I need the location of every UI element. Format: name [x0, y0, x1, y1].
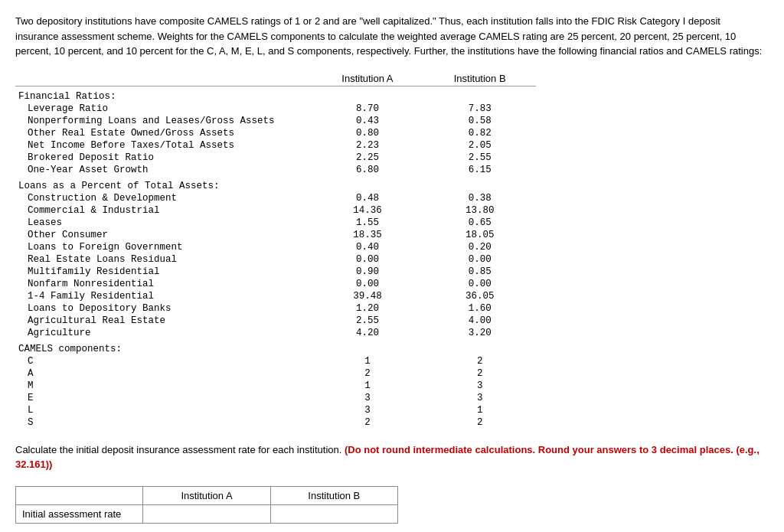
instruction-normal: Calculate the initial deposit insurance … — [15, 444, 341, 455]
table-row: C12 — [15, 355, 536, 367]
row-val-b: 18.05 — [423, 229, 536, 241]
row-val-b: 3 — [423, 392, 536, 404]
row-val-a: 18.35 — [312, 229, 424, 241]
table-row: M13 — [15, 380, 536, 392]
table-row: Other Real Estate Owned/Gross Assets0.80… — [15, 127, 536, 139]
row-val-b: 1.60 — [423, 302, 536, 315]
row-label: S — [15, 416, 312, 429]
row-label: Multifamily Residential — [15, 266, 312, 278]
row-val-a: 0.90 — [312, 266, 424, 278]
table-row: 1-4 Family Residential39.4836.05 — [15, 290, 536, 302]
row-label: Construction & Development — [15, 192, 312, 204]
table-row: Multifamily Residential0.900.85 — [15, 266, 536, 278]
row-val-a: 1 — [312, 355, 424, 367]
row-val-b: 6.15 — [423, 164, 536, 176]
row-val-a: 0.00 — [312, 253, 424, 266]
row-label: Loans to Foreign Government — [15, 241, 312, 253]
row-label: Nonperforming Loans and Leases/Gross Ass… — [15, 115, 312, 127]
table-row: Other Consumer18.3518.05 — [15, 229, 536, 241]
row-val-a: 8.70 — [312, 103, 424, 115]
table-row: One-Year Asset Growth6.806.15 — [15, 164, 536, 176]
row-val-b: 1 — [423, 404, 536, 416]
table-row: Nonfarm Nonresidential0.000.00 — [15, 278, 536, 290]
row-label: M — [15, 380, 312, 392]
row-val-a: 2 — [312, 367, 424, 380]
row-label: Leases — [15, 217, 312, 229]
row-label: Loans to Depository Banks — [15, 302, 312, 315]
row-val-b: 36.05 — [423, 290, 536, 302]
row-val-a: 1 — [312, 380, 424, 392]
row-val-b: 0.58 — [423, 115, 536, 127]
row-label: Commercial & Industrial — [15, 204, 312, 217]
table-row: E33 — [15, 392, 536, 404]
row-label: E — [15, 392, 312, 404]
row-val-a: 2.23 — [312, 139, 424, 152]
row-val-b: 2 — [423, 367, 536, 380]
answer-inst-b-cell[interactable] — [270, 504, 397, 523]
row-val-b: 2.05 — [423, 139, 536, 152]
answer-inst-b-input[interactable] — [271, 505, 397, 523]
row-val-b: 0.00 — [423, 278, 536, 290]
row-label: Real Estate Loans Residual — [15, 253, 312, 266]
row-val-a: 6.80 — [312, 164, 424, 176]
answer-inst-a-cell[interactable] — [143, 504, 270, 523]
table-row: Agriculture4.203.20 — [15, 327, 536, 339]
row-label: Net Income Before Taxes/Total Assets — [15, 139, 312, 152]
table-row: Leases1.550.65 — [15, 217, 536, 229]
row-val-b: 7.83 — [423, 103, 536, 115]
answer-col-a-header: Institution A — [143, 486, 270, 504]
row-label: Other Real Estate Owned/Gross Assets — [15, 127, 312, 139]
row-label: L — [15, 404, 312, 416]
table-row: S22 — [15, 416, 536, 429]
row-val-a: 3 — [312, 392, 424, 404]
row-val-b: 13.80 — [423, 204, 536, 217]
answer-table: Institution A Institution B Initial asse… — [15, 486, 398, 524]
table-row: Commercial & Industrial14.3613.80 — [15, 204, 536, 217]
col-label-header — [15, 71, 312, 86]
table-row: Nonperforming Loans and Leases/Gross Ass… — [15, 115, 536, 127]
row-label: Agriculture — [15, 327, 312, 339]
row-label: A — [15, 367, 312, 380]
row-val-b: 0.38 — [423, 192, 536, 204]
row-val-a: 14.36 — [312, 204, 424, 217]
answer-empty-header — [16, 486, 143, 504]
row-label: Brokered Deposit Ratio — [15, 152, 312, 164]
section-header: Loans as a Percent of Total Assets: — [15, 176, 536, 192]
table-row: Brokered Deposit Ratio2.252.55 — [15, 152, 536, 164]
table-row: Leverage Ratio8.707.83 — [15, 103, 536, 115]
instruction-text: Calculate the initial deposit insurance … — [15, 442, 766, 472]
row-val-a: 2 — [312, 416, 424, 429]
row-val-b: 2 — [423, 416, 536, 429]
row-val-a: 3 — [312, 404, 424, 416]
table-row: L31 — [15, 404, 536, 416]
row-label: One-Year Asset Growth — [15, 164, 312, 176]
row-val-b: 4.00 — [423, 315, 536, 327]
row-label: Leverage Ratio — [15, 103, 312, 115]
row-val-a: 1.55 — [312, 217, 424, 229]
row-val-b: 0.85 — [423, 266, 536, 278]
row-val-b: 2 — [423, 355, 536, 367]
row-val-a: 0.48 — [312, 192, 424, 204]
row-val-b: 3.20 — [423, 327, 536, 339]
table-row: Agricultural Real Estate2.554.00 — [15, 315, 536, 327]
table-row: Real Estate Loans Residual0.000.00 — [15, 253, 536, 266]
row-val-b: 0.82 — [423, 127, 536, 139]
row-label: Nonfarm Nonresidential — [15, 278, 312, 290]
answer-inst-a-input[interactable] — [143, 505, 270, 523]
row-val-b: 0.20 — [423, 241, 536, 253]
row-label: 1-4 Family Residential — [15, 290, 312, 302]
intro-text: Two depository institutions have composi… — [15, 14, 766, 59]
table-row: Loans to Depository Banks1.201.60 — [15, 302, 536, 315]
section-header: CAMELS components: — [15, 339, 536, 355]
row-val-b: 3 — [423, 380, 536, 392]
row-val-a: 1.20 — [312, 302, 424, 315]
answer-row-label: Initial assessment rate — [16, 504, 143, 523]
row-val-a: 2.25 — [312, 152, 424, 164]
row-val-b: 0.65 — [423, 217, 536, 229]
answer-col-b-header: Institution B — [270, 486, 397, 504]
table-row: Loans to Foreign Government0.400.20 — [15, 241, 536, 253]
row-val-b: 2.55 — [423, 152, 536, 164]
col-inst-a-header: Institution A — [312, 71, 424, 86]
row-val-a: 0.00 — [312, 278, 424, 290]
table-row: A22 — [15, 367, 536, 380]
